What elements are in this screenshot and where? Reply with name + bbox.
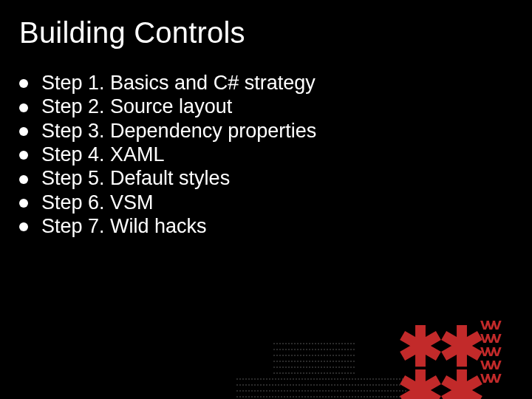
- chevron-row: vvv: [480, 371, 532, 384]
- bullet-icon: [19, 127, 28, 136]
- bullet-text: Step 4. XAML: [41, 144, 165, 165]
- chevron-icon: vvv vvv vvv vvv vvv: [480, 318, 532, 384]
- bullet-icon: [19, 79, 28, 88]
- chevron-row: vvv: [480, 344, 532, 358]
- bullet-text: Step 6. VSM: [41, 192, 154, 213]
- bullet-text: Step 3. Dependency properties: [41, 120, 316, 141]
- bullet-icon: [19, 151, 28, 160]
- list-item: Step 5. Default styles: [19, 168, 502, 188]
- list-item: Step 1. Basics and C# strategy: [19, 72, 502, 93]
- bullet-list: Step 1. Basics and C# strategy Step 2. S…: [19, 72, 502, 239]
- bullet-text: Step 1. Basics and C# strategy: [41, 72, 316, 93]
- decorative-motif: ✱✱ ✱✱ vvv vvv vvv vvv vvv: [266, 273, 532, 399]
- chevron-row: vvv: [480, 318, 532, 331]
- bullet-icon: [19, 222, 28, 231]
- motif-dots: [273, 372, 355, 375]
- bullet-icon: [19, 103, 28, 112]
- motif-dots: [236, 390, 406, 393]
- star-row: ✱✱: [398, 369, 480, 399]
- list-item: Step 6. VSM: [19, 192, 502, 213]
- bullet-text: Step 7. Wild hacks: [41, 216, 207, 236]
- slide-title: Building Controls: [19, 16, 245, 50]
- bullet-text: Step 5. Default styles: [41, 168, 230, 188]
- motif-dots: [273, 349, 355, 352]
- motif-dots: [273, 361, 355, 364]
- list-item: Step 2. Source layout: [19, 96, 502, 117]
- motif-dots: [273, 366, 355, 369]
- slide: Building Controls Step 1. Basics and C# …: [0, 0, 532, 399]
- motif-dots: [236, 396, 406, 399]
- motif-dots: [236, 384, 406, 387]
- list-item: Step 4. XAML: [19, 144, 502, 165]
- bullet-text: Step 2. Source layout: [41, 96, 232, 117]
- star-row: ✱✱: [398, 325, 480, 369]
- motif-dots: [273, 343, 355, 346]
- bullet-icon: [19, 199, 28, 208]
- motif-dots: [273, 355, 355, 358]
- list-item: Step 3. Dependency properties: [19, 120, 502, 141]
- star-icon: ✱✱ ✱✱: [398, 325, 480, 399]
- chevron-row: vvv: [480, 358, 532, 371]
- motif-dots: [236, 378, 406, 381]
- chevron-row: vvv: [480, 331, 532, 344]
- bullet-icon: [19, 175, 28, 184]
- list-item: Step 7. Wild hacks: [19, 216, 502, 236]
